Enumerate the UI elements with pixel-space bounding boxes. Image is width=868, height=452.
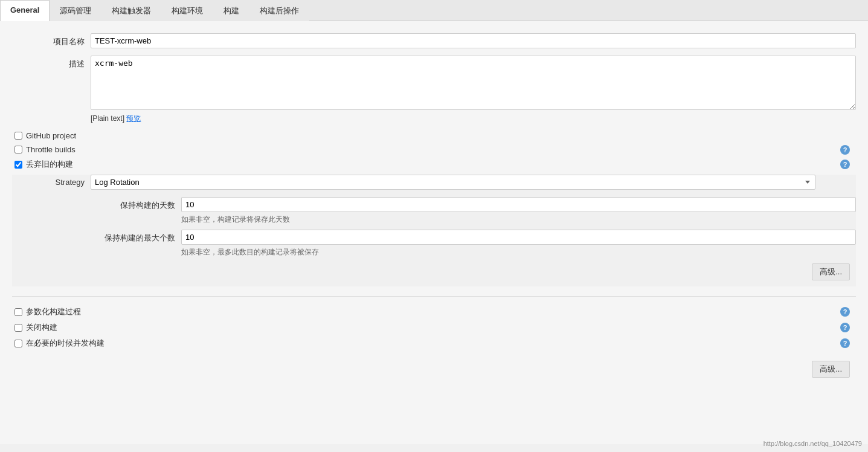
discard-old-help-icon[interactable]: ? [840, 160, 850, 169]
project-name-input[interactable] [91, 33, 856, 48]
parameterize-label[interactable]: 参数化构建过程 [26, 306, 81, 317]
parameterize-checkbox[interactable] [14, 308, 22, 316]
throttle-builds-help-icon[interactable]: ? [840, 145, 850, 155]
keep-days-hint: 如果非空，构建记录将保存此天数 [181, 215, 856, 225]
concurrent-help-icon[interactable]: ? [840, 338, 850, 348]
parameterize-row: 参数化构建过程 ? [12, 306, 856, 317]
watermark: http://blog.csdn.net/qq_10420479 [764, 440, 862, 444]
disable-build-row: 关闭构建 ? [12, 322, 856, 333]
discard-old-row: 丢弃旧的构建 ? [12, 159, 856, 170]
description-textarea[interactable]: xcrm-web [91, 56, 856, 110]
project-name-input-wrapper [91, 33, 856, 48]
keep-max-label: 保持构建的最大个数 [91, 230, 175, 244]
github-project-checkbox[interactable] [14, 132, 22, 140]
strategy-select[interactable]: Log Rotation [91, 175, 815, 190]
tab-triggers[interactable]: 构建触发器 [101, 0, 161, 21]
disable-build-label[interactable]: 关闭构建 [26, 322, 57, 333]
throttle-builds-row: Throttle builds ? [12, 145, 856, 154]
discard-old-checkbox[interactable] [14, 161, 22, 169]
concurrent-checkbox[interactable] [14, 340, 22, 347]
description-input-wrapper: xcrm-web [Plain text] 预览 [91, 56, 856, 124]
preview-link[interactable]: 预览 [126, 114, 141, 123]
keep-days-label: 保持构建的天数 [91, 197, 175, 211]
tab-source[interactable]: 源码管理 [50, 0, 101, 21]
description-row: 描述 xcrm-web [Plain text] 预览 [12, 56, 856, 124]
keep-days-input-wrapper [181, 197, 856, 212]
tab-env[interactable]: 构建环境 [161, 0, 213, 21]
tab-general[interactable]: General [0, 0, 50, 21]
keep-days-input[interactable] [181, 197, 856, 212]
disable-build-checkbox[interactable] [14, 324, 22, 332]
concurrent-label[interactable]: 在必要的时候并发构建 [26, 338, 104, 349]
project-name-label: 项目名称 [12, 33, 85, 47]
discard-old-label[interactable]: 丢弃旧的构建 [26, 159, 73, 170]
plain-text-links: [Plain text] 预览 [91, 114, 856, 124]
github-project-label[interactable]: GitHub project [26, 131, 76, 140]
concurrent-row: 在必要的时候并发构建 ? [12, 338, 856, 349]
keep-max-hint: 如果非空，最多此数目的构建记录将被保存 [181, 247, 856, 257]
throttle-builds-checkbox[interactable] [14, 146, 22, 153]
keep-max-input-wrapper [181, 230, 856, 245]
advanced-btn-row-2: 高级... [12, 361, 850, 378]
project-name-row: 项目名称 [12, 33, 856, 48]
tabs-bar: General 源码管理 构建触发器 构建环境 构建 构建后操作 [0, 0, 868, 21]
parameterize-help-icon[interactable]: ? [840, 307, 850, 317]
bottom-section: 参数化构建过程 ? 关闭构建 ? 在必要的时候并发构建 ? [12, 306, 856, 349]
advanced-button-2[interactable]: 高级... [812, 361, 850, 378]
tab-build[interactable]: 构建 [213, 0, 249, 21]
divider [12, 296, 856, 297]
plain-text-link[interactable]: [Plain text] [91, 114, 124, 123]
advanced-button-1[interactable]: 高级... [812, 263, 850, 280]
advanced-btn-row: 高级... [24, 263, 850, 280]
strategy-row: Strategy Log Rotation [24, 175, 856, 190]
tab-post[interactable]: 构建后操作 [249, 0, 309, 21]
description-label: 描述 [12, 56, 85, 69]
strategy-label: Strategy [24, 178, 85, 187]
keep-days-row: 保持构建的天数 [91, 197, 856, 212]
github-project-row: GitHub project [12, 131, 856, 140]
discard-section: Strategy Log Rotation 保持构建的天数 如果非空，构建记录将… [12, 175, 856, 286]
main-content: 项目名称 描述 xcrm-web [Plain text] 预览 GitHub … [0, 21, 868, 444]
strategy-select-wrapper: Log Rotation [91, 175, 815, 190]
keep-max-input[interactable] [181, 230, 856, 245]
throttle-builds-label[interactable]: Throttle builds [26, 145, 76, 154]
disable-build-help-icon[interactable]: ? [840, 323, 850, 332]
keep-max-row: 保持构建的最大个数 [91, 230, 856, 245]
